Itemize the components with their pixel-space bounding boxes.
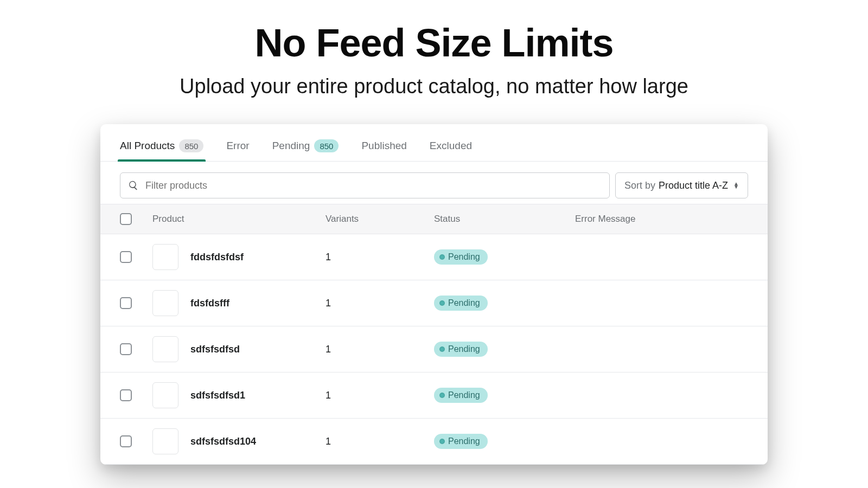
- select-all-checkbox[interactable]: [120, 213, 132, 225]
- variants-count: 1: [326, 252, 434, 263]
- col-variants: Variants: [326, 214, 434, 224]
- variants-count: 1: [326, 436, 434, 447]
- status-badge: Pending: [434, 434, 488, 449]
- tab-label: Published: [361, 140, 406, 152]
- tab-label: All Products: [120, 140, 175, 152]
- status-dot-icon: [439, 346, 445, 352]
- tab-badge: 850: [314, 139, 339, 152]
- product-name[interactable]: sdfsfsdfsd: [190, 344, 240, 355]
- tab-all-products[interactable]: All Products850: [120, 139, 203, 161]
- sort-select[interactable]: Sort by Product title A-Z ▲▼: [615, 172, 748, 198]
- variants-count: 1: [326, 390, 434, 401]
- status-text: Pending: [448, 436, 480, 446]
- col-error: Error Message: [575, 214, 748, 224]
- table-row: sdfsfsdfsd1041Pending: [100, 419, 768, 465]
- status-badge: Pending: [434, 388, 488, 403]
- sort-label: Sort by: [624, 180, 655, 191]
- product-name[interactable]: fddsfdsfdsf: [190, 252, 244, 263]
- status-dot-icon: [439, 393, 445, 398]
- col-product: Product: [152, 214, 326, 224]
- tab-label: Excluded: [430, 140, 472, 152]
- tab-label: Error: [226, 140, 249, 152]
- status-dot-icon: [439, 439, 445, 444]
- product-thumbnail: [152, 290, 178, 316]
- variants-count: 1: [326, 298, 434, 309]
- page-title: No Feed Size Limits: [0, 21, 868, 65]
- table-header: Product Variants Status Error Message: [100, 204, 768, 234]
- product-thumbnail: [152, 244, 178, 270]
- status-badge: Pending: [434, 342, 488, 357]
- search-icon: [128, 180, 139, 191]
- product-name[interactable]: sdfsfsdfsd1: [190, 390, 245, 401]
- tab-pending[interactable]: Pending850: [272, 139, 339, 161]
- row-checkbox[interactable]: [120, 435, 132, 447]
- row-checkbox[interactable]: [120, 389, 132, 401]
- search-input-wrap[interactable]: [120, 172, 610, 198]
- status-text: Pending: [448, 390, 480, 400]
- col-status: Status: [434, 214, 575, 224]
- tab-excluded[interactable]: Excluded: [430, 140, 472, 160]
- table-row: fddsfdsfdsf1Pending: [100, 234, 768, 280]
- row-checkbox[interactable]: [120, 343, 132, 355]
- search-input[interactable]: [145, 180, 602, 191]
- tab-published[interactable]: Published: [361, 140, 406, 160]
- product-name[interactable]: fdsfdsfff: [190, 298, 229, 309]
- status-badge: Pending: [434, 249, 488, 265]
- row-checkbox[interactable]: [120, 297, 132, 309]
- tabs: All Products850ErrorPending850PublishedE…: [100, 124, 768, 162]
- status-text: Pending: [448, 252, 480, 262]
- page-subtitle: Upload your entire product catalog, no m…: [0, 75, 868, 98]
- status-dot-icon: [439, 300, 445, 306]
- row-checkbox[interactable]: [120, 251, 132, 263]
- sort-value: Product title A-Z: [659, 180, 728, 191]
- status-text: Pending: [448, 298, 480, 308]
- variants-count: 1: [326, 344, 434, 355]
- product-name[interactable]: sdfsfsdfsd104: [190, 436, 256, 447]
- table-row: sdfsfsdfsd11Pending: [100, 373, 768, 419]
- table-row: sdfsfsdfsd1Pending: [100, 326, 768, 373]
- tab-error[interactable]: Error: [226, 140, 249, 160]
- product-thumbnail: [152, 336, 178, 362]
- status-dot-icon: [439, 254, 445, 260]
- product-panel: All Products850ErrorPending850PublishedE…: [100, 124, 768, 465]
- tab-badge: 850: [179, 139, 203, 152]
- status-text: Pending: [448, 344, 480, 354]
- status-badge: Pending: [434, 296, 488, 311]
- sort-chevron-icon: ▲▼: [733, 182, 739, 189]
- tab-label: Pending: [272, 140, 310, 152]
- product-thumbnail: [152, 428, 178, 454]
- table-row: fdsfdsfff1Pending: [100, 280, 768, 326]
- product-thumbnail: [152, 382, 178, 408]
